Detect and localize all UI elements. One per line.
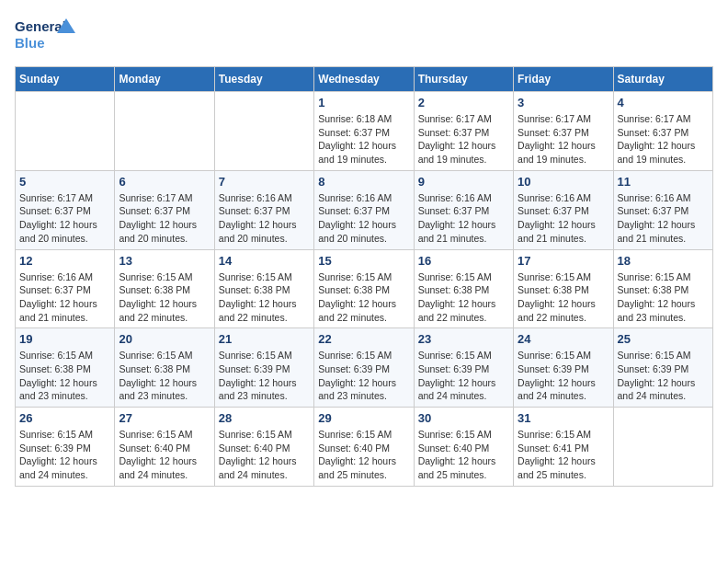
day-number: 1 <box>318 96 409 109</box>
calendar-week-row: 1Sunrise: 6:18 AMSunset: 6:37 PMDaylight… <box>16 92 713 171</box>
calendar-body: 1Sunrise: 6:18 AMSunset: 6:37 PMDaylight… <box>16 92 713 487</box>
calendar-cell <box>214 92 313 171</box>
day-number: 17 <box>518 254 609 268</box>
calendar-cell: 8Sunrise: 6:16 AMSunset: 6:37 PMDaylight… <box>314 170 414 249</box>
day-info: Sunrise: 6:15 AMSunset: 6:38 PMDaylight:… <box>318 270 409 325</box>
page-header: General Blue <box>15 15 713 55</box>
calendar-cell: 20Sunrise: 6:15 AMSunset: 6:38 PMDayligh… <box>115 328 214 408</box>
calendar-cell: 7Sunrise: 6:16 AMSunset: 6:37 PMDaylight… <box>214 170 313 249</box>
day-number: 2 <box>418 96 509 109</box>
day-number: 10 <box>518 175 609 189</box>
day-info: Sunrise: 6:15 AMSunset: 6:41 PMDaylight:… <box>518 428 609 482</box>
calendar-cell: 10Sunrise: 6:16 AMSunset: 6:37 PMDayligh… <box>514 170 613 249</box>
header-row: SundayMondayTuesdayWednesdayThursdayFrid… <box>16 67 713 92</box>
calendar-cell: 25Sunrise: 6:15 AMSunset: 6:39 PMDayligh… <box>613 328 712 408</box>
header-day: Tuesday <box>214 67 313 92</box>
day-number: 8 <box>318 175 409 189</box>
calendar-cell: 12Sunrise: 6:16 AMSunset: 6:37 PMDayligh… <box>16 249 115 328</box>
day-info: Sunrise: 6:15 AMSunset: 6:38 PMDaylight:… <box>19 349 110 403</box>
calendar-cell: 15Sunrise: 6:15 AMSunset: 6:38 PMDayligh… <box>314 249 414 328</box>
day-info: Sunrise: 6:16 AMSunset: 6:37 PMDaylight:… <box>618 191 709 246</box>
day-number: 3 <box>518 96 609 109</box>
day-number: 11 <box>618 175 709 189</box>
calendar-cell: 23Sunrise: 6:15 AMSunset: 6:39 PMDayligh… <box>414 328 513 408</box>
day-info: Sunrise: 6:17 AMSunset: 6:37 PMDaylight:… <box>19 191 110 246</box>
day-info: Sunrise: 6:15 AMSunset: 6:38 PMDaylight:… <box>119 270 210 325</box>
day-number: 26 <box>19 411 110 425</box>
calendar-week-row: 5Sunrise: 6:17 AMSunset: 6:37 PMDaylight… <box>16 170 713 249</box>
header-day: Thursday <box>414 67 513 92</box>
day-info: Sunrise: 6:15 AMSunset: 6:39 PMDaylight:… <box>618 349 709 403</box>
calendar-week-row: 26Sunrise: 6:15 AMSunset: 6:39 PMDayligh… <box>16 408 713 487</box>
calendar-cell: 11Sunrise: 6:16 AMSunset: 6:37 PMDayligh… <box>613 170 712 249</box>
calendar-cell: 2Sunrise: 6:17 AMSunset: 6:37 PMDaylight… <box>414 92 513 171</box>
day-number: 28 <box>219 411 310 425</box>
calendar-cell: 27Sunrise: 6:15 AMSunset: 6:40 PMDayligh… <box>115 408 214 487</box>
calendar-cell: 31Sunrise: 6:15 AMSunset: 6:41 PMDayligh… <box>514 408 613 487</box>
day-info: Sunrise: 6:15 AMSunset: 6:39 PMDaylight:… <box>219 349 310 403</box>
calendar-cell: 21Sunrise: 6:15 AMSunset: 6:39 PMDayligh… <box>214 328 313 408</box>
day-number: 27 <box>119 411 210 425</box>
day-number: 12 <box>19 254 110 268</box>
day-number: 31 <box>518 411 609 425</box>
day-number: 15 <box>318 254 409 268</box>
calendar-cell: 4Sunrise: 6:17 AMSunset: 6:37 PMDaylight… <box>613 92 712 171</box>
header-day: Saturday <box>613 67 712 92</box>
calendar-cell: 26Sunrise: 6:15 AMSunset: 6:39 PMDayligh… <box>16 408 115 487</box>
day-info: Sunrise: 6:17 AMSunset: 6:37 PMDaylight:… <box>418 112 509 167</box>
calendar-cell: 19Sunrise: 6:15 AMSunset: 6:38 PMDayligh… <box>16 328 115 408</box>
calendar-cell: 28Sunrise: 6:15 AMSunset: 6:40 PMDayligh… <box>214 408 313 487</box>
calendar-week-row: 12Sunrise: 6:16 AMSunset: 6:37 PMDayligh… <box>16 249 713 328</box>
logo-svg: General Blue <box>15 15 79 55</box>
header-day: Monday <box>115 67 214 92</box>
day-info: Sunrise: 6:15 AMSunset: 6:39 PMDaylight:… <box>418 349 509 403</box>
calendar-cell: 18Sunrise: 6:15 AMSunset: 6:38 PMDayligh… <box>613 249 712 328</box>
calendar-cell: 22Sunrise: 6:15 AMSunset: 6:39 PMDayligh… <box>314 328 414 408</box>
day-number: 29 <box>318 411 409 425</box>
day-number: 6 <box>119 175 210 189</box>
calendar-cell: 14Sunrise: 6:15 AMSunset: 6:38 PMDayligh… <box>214 249 313 328</box>
day-number: 22 <box>318 332 409 346</box>
day-number: 14 <box>219 254 310 268</box>
day-number: 25 <box>618 332 709 346</box>
day-number: 19 <box>19 332 110 346</box>
day-number: 23 <box>418 332 509 346</box>
calendar-cell <box>16 92 115 171</box>
day-info: Sunrise: 6:16 AMSunset: 6:37 PMDaylight:… <box>318 191 409 246</box>
calendar-cell: 16Sunrise: 6:15 AMSunset: 6:38 PMDayligh… <box>414 249 513 328</box>
day-number: 5 <box>19 175 110 189</box>
day-info: Sunrise: 6:15 AMSunset: 6:38 PMDaylight:… <box>518 270 609 325</box>
day-info: Sunrise: 6:15 AMSunset: 6:38 PMDaylight:… <box>418 270 509 325</box>
day-info: Sunrise: 6:15 AMSunset: 6:40 PMDaylight:… <box>119 428 210 482</box>
day-number: 18 <box>618 254 709 268</box>
day-number: 30 <box>418 411 509 425</box>
day-info: Sunrise: 6:15 AMSunset: 6:40 PMDaylight:… <box>418 428 509 482</box>
calendar-cell: 5Sunrise: 6:17 AMSunset: 6:37 PMDaylight… <box>16 170 115 249</box>
day-number: 20 <box>119 332 210 346</box>
day-number: 16 <box>418 254 509 268</box>
calendar-cell: 13Sunrise: 6:15 AMSunset: 6:38 PMDayligh… <box>115 249 214 328</box>
day-info: Sunrise: 6:16 AMSunset: 6:37 PMDaylight:… <box>19 270 110 325</box>
calendar-table: SundayMondayTuesdayWednesdayThursdayFrid… <box>15 66 713 487</box>
day-info: Sunrise: 6:17 AMSunset: 6:37 PMDaylight:… <box>618 112 709 167</box>
calendar-cell: 6Sunrise: 6:17 AMSunset: 6:37 PMDaylight… <box>115 170 214 249</box>
calendar-cell: 24Sunrise: 6:15 AMSunset: 6:39 PMDayligh… <box>514 328 613 408</box>
day-number: 24 <box>518 332 609 346</box>
day-info: Sunrise: 6:15 AMSunset: 6:38 PMDaylight:… <box>219 270 310 325</box>
day-info: Sunrise: 6:16 AMSunset: 6:37 PMDaylight:… <box>518 191 609 246</box>
calendar-cell <box>115 92 214 171</box>
day-info: Sunrise: 6:17 AMSunset: 6:37 PMDaylight:… <box>119 191 210 246</box>
day-info: Sunrise: 6:16 AMSunset: 6:37 PMDaylight:… <box>418 191 509 246</box>
day-info: Sunrise: 6:18 AMSunset: 6:37 PMDaylight:… <box>318 112 409 167</box>
day-number: 4 <box>618 96 709 109</box>
calendar-cell: 17Sunrise: 6:15 AMSunset: 6:38 PMDayligh… <box>514 249 613 328</box>
header-day: Sunday <box>16 67 115 92</box>
day-info: Sunrise: 6:15 AMSunset: 6:38 PMDaylight:… <box>119 349 210 403</box>
calendar-cell <box>613 408 712 487</box>
header-day: Friday <box>514 67 613 92</box>
day-info: Sunrise: 6:15 AMSunset: 6:39 PMDaylight:… <box>518 349 609 403</box>
day-number: 7 <box>219 175 310 189</box>
calendar-cell: 9Sunrise: 6:16 AMSunset: 6:37 PMDaylight… <box>414 170 513 249</box>
day-info: Sunrise: 6:15 AMSunset: 6:39 PMDaylight:… <box>19 428 110 482</box>
day-info: Sunrise: 6:15 AMSunset: 6:39 PMDaylight:… <box>318 349 409 403</box>
